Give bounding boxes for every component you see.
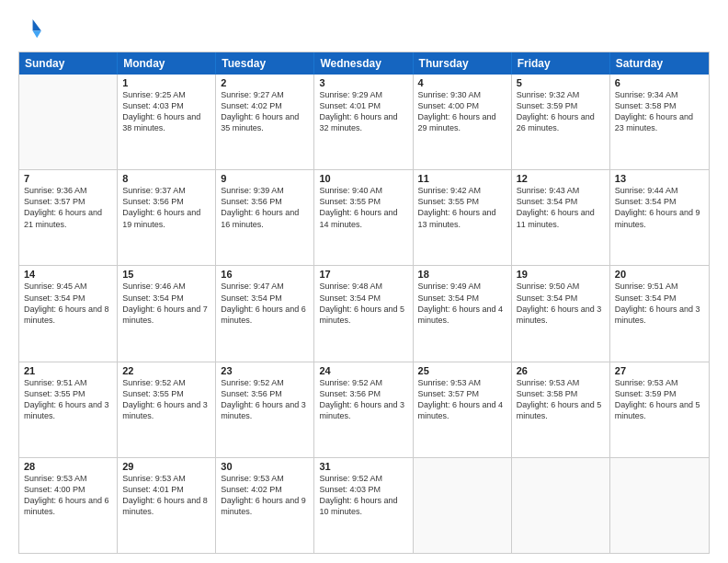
cal-cell: 23Sunrise: 9:52 AM Sunset: 3:56 PM Dayli… [216, 362, 314, 457]
cal-cell: 31Sunrise: 9:52 AM Sunset: 4:03 PM Dayli… [314, 458, 413, 553]
day-number: 22 [122, 365, 210, 376]
cell-info: Sunrise: 9:52 AM Sunset: 3:56 PM Dayligh… [319, 377, 407, 422]
cal-cell [512, 458, 610, 553]
cell-info: Sunrise: 9:53 AM Sunset: 3:58 PM Dayligh… [517, 377, 605, 422]
cell-info: Sunrise: 9:44 AM Sunset: 3:54 PM Dayligh… [615, 185, 704, 230]
logo-icon [18, 17, 44, 42]
cell-info: Sunrise: 9:25 AM Sunset: 4:03 PM Dayligh… [122, 89, 210, 134]
cal-cell: 21Sunrise: 9:51 AM Sunset: 3:55 PM Dayli… [19, 362, 118, 457]
cell-info: Sunrise: 9:48 AM Sunset: 3:54 PM Dayligh… [319, 281, 407, 326]
svg-marker-0 [33, 19, 41, 30]
cal-cell: 7Sunrise: 9:36 AM Sunset: 3:57 PM Daylig… [19, 170, 118, 265]
cell-info: Sunrise: 9:52 AM Sunset: 4:03 PM Dayligh… [319, 473, 407, 518]
day-number: 11 [418, 173, 506, 184]
cal-cell: 4Sunrise: 9:30 AM Sunset: 4:00 PM Daylig… [414, 75, 512, 169]
day-number: 23 [221, 365, 309, 376]
cell-info: Sunrise: 9:39 AM Sunset: 3:56 PM Dayligh… [221, 185, 309, 230]
svg-marker-1 [33, 31, 41, 39]
cal-cell: 5Sunrise: 9:32 AM Sunset: 3:59 PM Daylig… [512, 75, 610, 169]
cell-info: Sunrise: 9:46 AM Sunset: 3:54 PM Dayligh… [122, 281, 210, 326]
day-number: 3 [319, 77, 407, 88]
logo [18, 17, 48, 42]
day-number: 16 [221, 269, 309, 280]
cell-info: Sunrise: 9:29 AM Sunset: 4:01 PM Dayligh… [319, 89, 407, 134]
day-number: 13 [615, 173, 704, 184]
day-number: 5 [517, 77, 605, 88]
header-day-monday: Monday [118, 52, 216, 75]
cal-row-0: 1Sunrise: 9:25 AM Sunset: 4:03 PM Daylig… [19, 75, 709, 170]
day-number: 4 [418, 77, 506, 88]
cell-info: Sunrise: 9:53 AM Sunset: 4:00 PM Dayligh… [24, 473, 112, 518]
cal-cell: 22Sunrise: 9:52 AM Sunset: 3:55 PM Dayli… [118, 362, 216, 457]
day-number: 15 [122, 269, 210, 280]
day-number: 9 [221, 173, 309, 184]
cal-row-1: 7Sunrise: 9:36 AM Sunset: 3:57 PM Daylig… [19, 170, 709, 266]
cal-cell: 2Sunrise: 9:27 AM Sunset: 4:02 PM Daylig… [216, 75, 314, 169]
cell-info: Sunrise: 9:51 AM Sunset: 3:54 PM Dayligh… [615, 281, 704, 326]
cell-info: Sunrise: 9:52 AM Sunset: 3:55 PM Dayligh… [122, 377, 210, 422]
cal-cell: 14Sunrise: 9:45 AM Sunset: 3:54 PM Dayli… [19, 266, 118, 361]
cal-cell: 1Sunrise: 9:25 AM Sunset: 4:03 PM Daylig… [118, 75, 216, 169]
header-day-friday: Friday [512, 52, 610, 75]
cal-cell: 27Sunrise: 9:53 AM Sunset: 3:59 PM Dayli… [610, 362, 709, 457]
cal-cell: 25Sunrise: 9:53 AM Sunset: 3:57 PM Dayli… [414, 362, 512, 457]
cell-info: Sunrise: 9:53 AM Sunset: 4:02 PM Dayligh… [221, 473, 309, 518]
day-number: 21 [24, 365, 112, 376]
cal-cell: 28Sunrise: 9:53 AM Sunset: 4:00 PM Dayli… [19, 458, 118, 553]
cal-cell: 24Sunrise: 9:52 AM Sunset: 3:56 PM Dayli… [314, 362, 413, 457]
cell-info: Sunrise: 9:53 AM Sunset: 3:59 PM Dayligh… [615, 377, 704, 422]
cal-cell: 10Sunrise: 9:40 AM Sunset: 3:55 PM Dayli… [314, 170, 413, 265]
cell-info: Sunrise: 9:53 AM Sunset: 3:57 PM Dayligh… [418, 377, 506, 422]
header-day-wednesday: Wednesday [314, 52, 413, 75]
page: SundayMondayTuesdayWednesdayThursdayFrid… [0, 0, 728, 563]
cal-cell: 19Sunrise: 9:50 AM Sunset: 3:54 PM Dayli… [512, 266, 610, 361]
day-number: 14 [24, 269, 112, 280]
cal-cell: 29Sunrise: 9:53 AM Sunset: 4:01 PM Dayli… [118, 458, 216, 553]
cal-cell [414, 458, 512, 553]
cell-info: Sunrise: 9:43 AM Sunset: 3:54 PM Dayligh… [517, 185, 605, 230]
day-number: 26 [517, 365, 605, 376]
day-number: 10 [319, 173, 407, 184]
header-day-saturday: Saturday [610, 52, 709, 75]
cell-info: Sunrise: 9:34 AM Sunset: 3:58 PM Dayligh… [615, 89, 704, 134]
header-day-thursday: Thursday [414, 52, 512, 75]
calendar-header: SundayMondayTuesdayWednesdayThursdayFrid… [19, 52, 709, 75]
cal-row-2: 14Sunrise: 9:45 AM Sunset: 3:54 PM Dayli… [19, 266, 709, 362]
cell-info: Sunrise: 9:36 AM Sunset: 3:57 PM Dayligh… [24, 185, 112, 230]
cell-info: Sunrise: 9:42 AM Sunset: 3:55 PM Dayligh… [418, 185, 506, 230]
cal-cell: 26Sunrise: 9:53 AM Sunset: 3:58 PM Dayli… [512, 362, 610, 457]
cal-cell: 9Sunrise: 9:39 AM Sunset: 3:56 PM Daylig… [216, 170, 314, 265]
cal-cell [610, 458, 709, 553]
cell-info: Sunrise: 9:27 AM Sunset: 4:02 PM Dayligh… [221, 89, 309, 134]
header [18, 17, 710, 42]
day-number: 7 [24, 173, 112, 184]
cell-info: Sunrise: 9:40 AM Sunset: 3:55 PM Dayligh… [319, 185, 407, 230]
cell-info: Sunrise: 9:51 AM Sunset: 3:55 PM Dayligh… [24, 377, 112, 422]
day-number: 12 [517, 173, 605, 184]
day-number: 20 [615, 269, 704, 280]
day-number: 6 [615, 77, 704, 88]
day-number: 2 [221, 77, 309, 88]
day-number: 25 [418, 365, 506, 376]
calendar-body: 1Sunrise: 9:25 AM Sunset: 4:03 PM Daylig… [19, 75, 709, 553]
cell-info: Sunrise: 9:47 AM Sunset: 3:54 PM Dayligh… [221, 281, 309, 326]
day-number: 1 [122, 77, 210, 88]
header-day-sunday: Sunday [19, 52, 118, 75]
cal-cell: 6Sunrise: 9:34 AM Sunset: 3:58 PM Daylig… [610, 75, 709, 169]
calendar: SundayMondayTuesdayWednesdayThursdayFrid… [18, 52, 710, 554]
cell-info: Sunrise: 9:53 AM Sunset: 4:01 PM Dayligh… [122, 473, 210, 518]
day-number: 27 [615, 365, 704, 376]
day-number: 31 [319, 461, 407, 472]
cell-info: Sunrise: 9:52 AM Sunset: 3:56 PM Dayligh… [221, 377, 309, 422]
day-number: 30 [221, 461, 309, 472]
day-number: 24 [319, 365, 407, 376]
day-number: 8 [122, 173, 210, 184]
cal-cell: 13Sunrise: 9:44 AM Sunset: 3:54 PM Dayli… [610, 170, 709, 265]
cal-cell: 30Sunrise: 9:53 AM Sunset: 4:02 PM Dayli… [216, 458, 314, 553]
cal-cell: 8Sunrise: 9:37 AM Sunset: 3:56 PM Daylig… [118, 170, 216, 265]
cal-cell: 15Sunrise: 9:46 AM Sunset: 3:54 PM Dayli… [118, 266, 216, 361]
cal-cell: 18Sunrise: 9:49 AM Sunset: 3:54 PM Dayli… [414, 266, 512, 361]
cal-cell: 17Sunrise: 9:48 AM Sunset: 3:54 PM Dayli… [314, 266, 413, 361]
cell-info: Sunrise: 9:37 AM Sunset: 3:56 PM Dayligh… [122, 185, 210, 230]
day-number: 29 [122, 461, 210, 472]
